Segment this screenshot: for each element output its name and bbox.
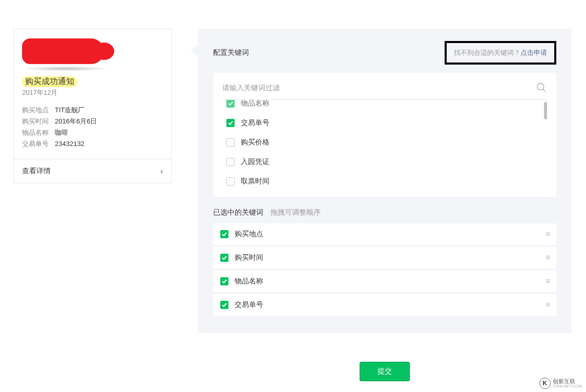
checkbox-icon[interactable]: [226, 177, 235, 185]
field-row: 交易单号 23432132: [22, 138, 163, 150]
brand-name: 创新互联: [553, 378, 582, 384]
keyword-label: 购买价格: [241, 138, 269, 147]
selected-label: 交易单号: [235, 300, 546, 310]
submit-button[interactable]: 提交: [360, 362, 410, 381]
drag-handle-icon[interactable]: ≡: [546, 230, 549, 239]
checkbox-checked-icon[interactable]: [220, 230, 228, 238]
preview-header: [14, 29, 171, 76]
template-preview-card: 购买成功通知 2017年12月 购买地点 TIT造舰厂 购买时间 2016年6月…: [13, 29, 172, 183]
field-label: 交易单号: [22, 138, 55, 150]
keyword-item[interactable]: 取票时间: [222, 172, 547, 190]
keyword-label: 物品名称: [241, 100, 269, 108]
config-section-title: 配置关键词: [213, 48, 249, 57]
field-row: 物品名称 咖啡: [22, 127, 163, 138]
field-row: 购买时间 2016年6月6日: [22, 116, 163, 127]
logo-shadow: [22, 66, 109, 71]
keyword-search-input[interactable]: [222, 84, 536, 92]
brand-logo-icon: K: [539, 378, 551, 389]
selected-list: 购买地点 ≡ 购买时间 ≡ 物品名称 ≡ 交易单号 ≡: [213, 223, 556, 316]
drag-handle-icon[interactable]: ≡: [546, 277, 549, 286]
keyword-label: 入园凭证: [241, 157, 269, 167]
apply-hint-box: 找不到合适的关键词？点击申请: [445, 41, 556, 65]
redacted-logo: [22, 38, 104, 64]
keyword-label: 交易单号: [241, 118, 269, 128]
drag-handle-icon[interactable]: ≡: [546, 300, 549, 310]
field-value: 2016年6月6日: [55, 116, 97, 127]
selected-item[interactable]: 购买时间 ≡: [213, 247, 556, 269]
chevron-right-icon: ›: [160, 167, 163, 175]
field-row: 购买地点 TIT造舰厂: [22, 105, 163, 116]
apply-link[interactable]: 点击申请: [520, 49, 547, 56]
drag-handle-icon[interactable]: ≡: [546, 253, 549, 262]
svg-point-0: [537, 84, 544, 90]
keyword-item[interactable]: 交易单号: [222, 113, 547, 133]
field-value: 咖啡: [55, 127, 68, 138]
selected-section-title: 已选中的关键词: [213, 208, 263, 216]
selected-label: 购买时间: [235, 253, 546, 262]
field-value: 23432132: [55, 138, 85, 150]
selected-item[interactable]: 购买地点 ≡: [213, 223, 556, 245]
view-detail-label: 查看详情: [22, 167, 51, 176]
field-label: 物品名称: [22, 127, 55, 138]
field-label: 购买时间: [22, 116, 55, 127]
hint-text: 找不到合适的关键词？: [454, 49, 520, 56]
field-label: 购买地点: [22, 105, 55, 116]
drag-hint: 拖拽可调整顺序: [270, 208, 321, 216]
checkbox-icon[interactable]: [226, 138, 235, 147]
keyword-list: 物品名称 交易单号 购买价格 入园凭证 取票时间: [222, 100, 547, 190]
checkbox-checked-icon[interactable]: [220, 254, 228, 262]
checkbox-checked-icon[interactable]: [220, 301, 228, 309]
selected-label: 物品名称: [235, 277, 546, 286]
field-value: TIT造舰厂: [55, 105, 85, 116]
keyword-item[interactable]: 物品名称: [222, 100, 547, 113]
checkbox-checked-icon[interactable]: [220, 277, 228, 285]
keyword-label: 取票时间: [241, 177, 269, 186]
panel-arrow-icon: [191, 44, 198, 56]
checkbox-checked-icon[interactable]: [226, 100, 235, 108]
brand-watermark: K 创新互联 CXHLNET.COM: [539, 378, 582, 389]
keyword-item[interactable]: 入园凭证: [222, 152, 547, 172]
search-icon[interactable]: [536, 82, 547, 93]
checkbox-checked-icon[interactable]: [226, 119, 235, 127]
svg-line-1: [543, 89, 546, 92]
view-detail-row[interactable]: 查看详情 ›: [14, 159, 171, 183]
selected-item[interactable]: 物品名称 ≡: [213, 271, 556, 292]
keyword-picker: 物品名称 交易单号 购买价格 入园凭证 取票时间: [213, 73, 556, 197]
keyword-item[interactable]: 购买价格: [222, 133, 547, 152]
checkbox-icon[interactable]: [226, 158, 235, 166]
preview-fields: 购买地点 TIT造舰厂 购买时间 2016年6月6日 物品名称 咖啡 交易单号 …: [14, 105, 171, 159]
brand-sub: CXHLNET.COM: [553, 384, 582, 389]
notice-date: 2017年12月: [22, 88, 163, 97]
keyword-config-panel: 配置关键词 找不到合适的关键词？点击申请 物品名称 交易单号: [198, 29, 572, 333]
selected-label: 购买地点: [235, 230, 546, 239]
selected-item[interactable]: 交易单号 ≡: [213, 294, 556, 316]
notice-title: 购买成功通知: [22, 76, 77, 87]
